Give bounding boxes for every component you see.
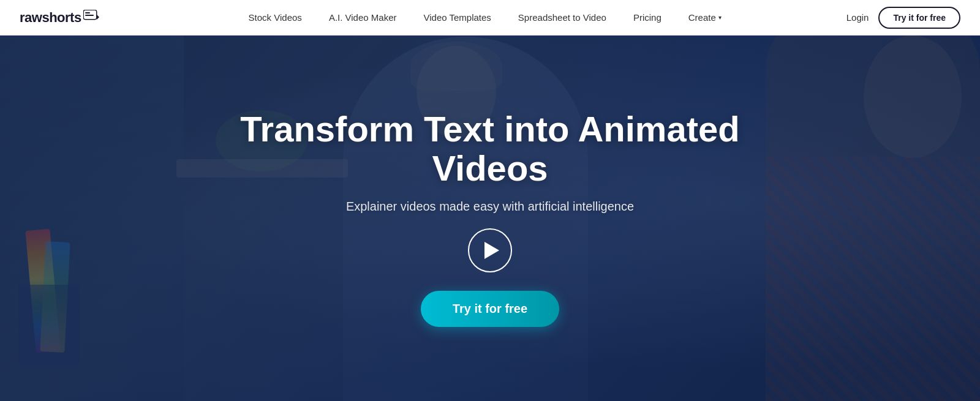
nav-links: Stock Videos A.I. Video Maker Video Temp… [124,0,846,36]
nav-spreadsheet-to-video[interactable]: Spreadsheet to Video [505,0,620,36]
hero-cta-button[interactable]: Try it for free [421,291,559,327]
hero-subtitle: Explainer videos made easy with artifici… [346,200,634,214]
nav-pricing[interactable]: Pricing [620,0,675,36]
logo-text: rawshorts [20,10,99,26]
svg-marker-4 [97,15,99,20]
login-link[interactable]: Login [846,12,869,23]
hero-title: Transform Text into Animated Videos [214,110,766,188]
play-icon [484,242,499,259]
svg-rect-3 [85,15,94,16]
nav-try-free-button[interactable]: Try it for free [878,7,960,29]
hero-content: Transform Text into Animated Videos Expl… [0,0,980,401]
nav-stock-videos[interactable]: Stock Videos [235,0,315,36]
nav-create[interactable]: Create ▾ [675,0,735,36]
logo[interactable]: rawshorts [20,10,99,26]
chevron-down-icon: ▾ [718,14,722,21]
play-button[interactable] [468,228,512,272]
navbar: rawshorts Stock Videos A.I. Video Maker … [0,0,980,36]
hero-section: Transform Text into Animated Videos Expl… [0,0,980,401]
logo-icon [83,10,99,22]
svg-rect-2 [85,12,90,13]
nav-video-templates[interactable]: Video Templates [410,0,505,36]
nav-actions: Login Try it for free [846,7,960,29]
nav-ai-video-maker[interactable]: A.I. Video Maker [315,0,410,36]
